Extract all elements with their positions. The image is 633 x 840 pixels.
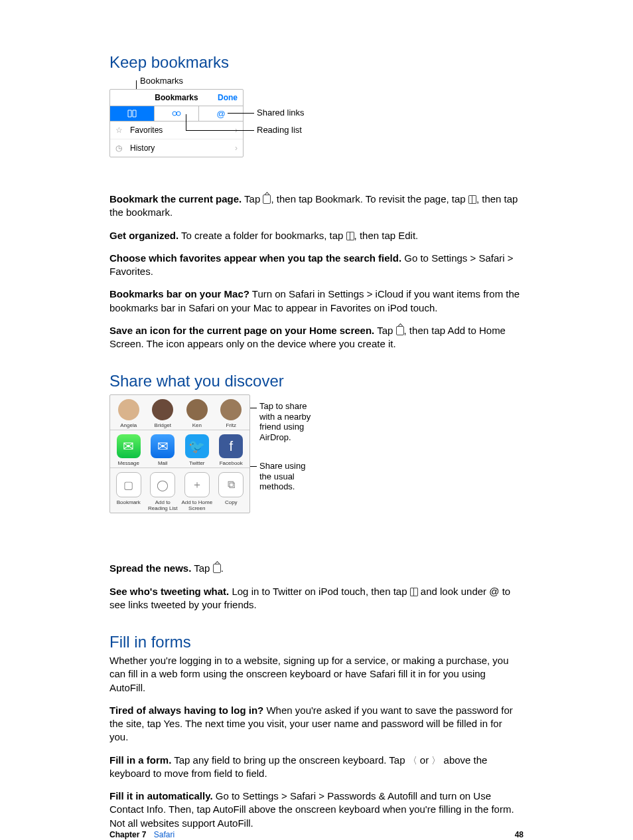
- page: Keep bookmarks Bookmarks Bookmarks Done …: [0, 0, 633, 840]
- callout-bookmarks: Bookmarks: [140, 76, 183, 86]
- para-choose-favorites: Choose which favorites appear when you t…: [109, 252, 524, 279]
- star-icon: ☆: [115, 126, 125, 135]
- airdrop-person[interactable]: Angela: [111, 399, 146, 428]
- callout-shared-links: Shared links: [257, 108, 305, 118]
- share-app-twitter[interactable]: 🐦Twitter: [180, 434, 214, 466]
- svg-point-1: [176, 112, 180, 116]
- bookmarks-segmented-control[interactable]: @: [110, 106, 243, 122]
- done-button[interactable]: Done: [218, 93, 238, 102]
- airdrop-row: Angela Bridget Ken Fritz: [110, 395, 249, 430]
- para-spread-news: Spread the news. Tap .: [109, 562, 524, 575]
- book-icon: [410, 588, 418, 596]
- footer-chapter-name: Safari: [154, 830, 175, 839]
- apps-row: ✉Message ✉Mail 🐦Twitter fFacebook: [110, 430, 249, 468]
- tab-shared-links-icon[interactable]: @: [199, 106, 243, 121]
- bookmarks-panel: Bookmarks Done @ ☆ Favorites › ◷ History: [109, 89, 244, 157]
- bookmarks-titlebar: Bookmarks Done: [110, 90, 243, 106]
- share-figure: Angela Bridget Ken Fritz ✉Message ✉Mail …: [109, 394, 415, 547]
- at-icon: @: [489, 586, 499, 597]
- bookmarks-title: Bookmarks: [155, 93, 198, 102]
- share-icon: [396, 326, 404, 335]
- page-footer: Chapter 7 Safari 48: [109, 830, 524, 839]
- footer-page-number: 48: [515, 830, 524, 839]
- action-copy[interactable]: ⧉Copy: [214, 472, 249, 511]
- share-app-message[interactable]: ✉Message: [111, 434, 146, 466]
- action-reading-list[interactable]: ◯Add to Reading List: [146, 472, 180, 511]
- para-tired-login: Tired of always having to log in? When y…: [109, 704, 524, 744]
- svg-point-0: [173, 112, 176, 116]
- heading-fill-forms: Fill in forms: [109, 633, 524, 651]
- share-app-facebook[interactable]: fFacebook: [214, 434, 249, 466]
- para-bookmarks-bar: Bookmarks bar on your Mac? Turn on Safar…: [109, 288, 524, 315]
- share-icon: [213, 564, 221, 573]
- para-save-icon: Save an icon for the current page on you…: [109, 324, 524, 351]
- book-icon: [346, 232, 354, 240]
- callout-share-methods: Share using the usual methods.: [259, 461, 319, 492]
- para-fill-auto: Fill it in automatically. Go to Settings…: [109, 790, 524, 830]
- book-icon: [468, 195, 476, 204]
- action-home-screen[interactable]: ＋Add to Home Screen: [180, 472, 214, 511]
- tab-bookmarks-icon[interactable]: [110, 106, 155, 121]
- heading-keep-bookmarks: Keep bookmarks: [109, 53, 524, 72]
- chevron-right-icon: ›: [235, 143, 238, 153]
- share-icon: [263, 195, 271, 204]
- row-history-label: History: [130, 143, 155, 153]
- share-app-mail[interactable]: ✉Mail: [146, 434, 180, 466]
- airdrop-person[interactable]: Ken: [180, 399, 214, 428]
- airdrop-person[interactable]: Fritz: [214, 399, 249, 428]
- clock-icon: ◷: [115, 143, 125, 153]
- row-history[interactable]: ◷ History ›: [110, 139, 243, 157]
- chevron-right-icon: 〉: [431, 755, 441, 766]
- callout-airdrop: Tap to share with a nearby friend using …: [259, 401, 319, 442]
- para-forms-intro: Whether you're logging in to a website, …: [109, 654, 524, 695]
- share-panel: Angela Bridget Ken Fritz ✉Message ✉Mail …: [109, 394, 250, 513]
- callout-reading-list: Reading list: [257, 125, 302, 135]
- chevron-left-icon: 〈: [408, 755, 417, 766]
- para-tweeting: See who's tweeting what. Log in to Twitt…: [109, 585, 524, 612]
- airdrop-person[interactable]: Bridget: [146, 399, 180, 428]
- heading-share: Share what you discover: [109, 372, 524, 390]
- tab-reading-list-icon[interactable]: [155, 106, 199, 121]
- para-get-organized: Get organized. To create a folder for bo…: [109, 229, 524, 242]
- footer-chapter-label: Chapter 7: [109, 830, 146, 839]
- para-bookmark-current: Bookmark the current page. Tap , then ta…: [109, 193, 524, 220]
- action-bookmark[interactable]: ▢Bookmark: [111, 472, 146, 511]
- actions-row: ▢Bookmark ◯Add to Reading List ＋Add to H…: [110, 468, 249, 513]
- para-fill-form: Fill in a form. Tap any field to bring u…: [109, 754, 524, 781]
- row-favorites-label: Favorites: [130, 126, 163, 135]
- bookmarks-figure: Bookmarks Bookmarks Done @ ☆ Favorites ›: [109, 76, 388, 175]
